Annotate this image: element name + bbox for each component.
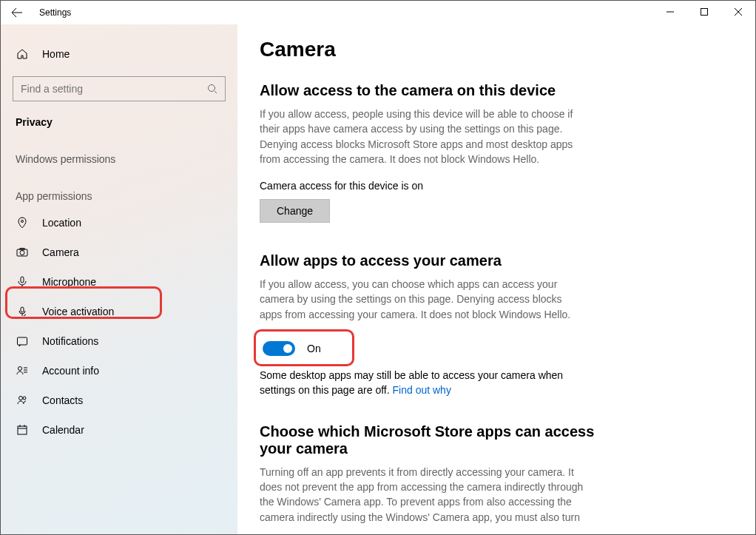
svg-rect-12 <box>18 426 27 434</box>
section1-status: Camera access for this device is on <box>260 180 733 192</box>
calendar-icon <box>16 424 29 436</box>
sidebar-item-label: Microphone <box>42 276 96 288</box>
find-out-why-link[interactable]: Find out why <box>393 384 451 396</box>
svg-point-4 <box>20 251 24 255</box>
sidebar: Home Privacy Windows permissions App per… <box>1 24 237 534</box>
sidebar-item-label: Location <box>42 217 81 229</box>
svg-point-9 <box>18 367 22 371</box>
notifications-icon <box>16 335 29 347</box>
location-icon <box>16 217 29 229</box>
account-icon <box>16 365 29 377</box>
sidebar-home-label: Home <box>42 48 70 60</box>
home-icon <box>16 48 29 60</box>
sidebar-item-voice[interactable]: Voice activation <box>1 297 237 326</box>
section2-desc: If you allow access, you can choose whic… <box>260 277 585 322</box>
search-wrap <box>1 69 237 104</box>
contacts-icon <box>16 394 29 406</box>
titlebar: Settings <box>1 1 755 24</box>
svg-point-11 <box>23 397 26 400</box>
body: Home Privacy Windows permissions App per… <box>1 24 755 534</box>
page-title: Camera <box>260 38 733 61</box>
sidebar-item-label: Account info <box>42 365 99 377</box>
sidebar-item-contacts[interactable]: Contacts <box>1 386 237 415</box>
svg-rect-7 <box>21 307 24 312</box>
svg-point-10 <box>19 397 23 400</box>
toggle-state-label: On <box>307 343 321 354</box>
arrow-left-icon <box>11 7 23 18</box>
section3-desc: Turning off an app prevents it from dire… <box>260 465 585 525</box>
section3-title: Choose which Microsoft Store apps can ac… <box>260 423 600 457</box>
sidebar-item-label: Calendar <box>42 424 84 436</box>
sidebar-item-account[interactable]: Account info <box>1 356 237 386</box>
sidebar-category: Privacy <box>1 104 237 134</box>
maximize-button[interactable] <box>687 1 721 23</box>
search-input[interactable] <box>21 83 207 95</box>
sidebar-item-label: Contacts <box>42 394 83 406</box>
sidebar-section-windows: Windows permissions <box>1 134 237 171</box>
window-controls <box>653 1 755 23</box>
apps-access-toggle-row: On <box>260 335 733 362</box>
minimize-button[interactable] <box>653 1 687 23</box>
svg-rect-8 <box>18 337 27 345</box>
toggle-knob <box>283 344 292 353</box>
close-icon <box>735 8 742 16</box>
microphone-icon <box>16 276 29 288</box>
window-title: Settings <box>39 7 71 18</box>
search-box[interactable] <box>13 76 226 101</box>
svg-rect-0 <box>701 9 708 16</box>
sidebar item-label: Notifications <box>42 335 98 347</box>
section2-title: Allow apps to access your camera <box>260 252 733 269</box>
voice-icon <box>16 306 29 317</box>
minimize-icon <box>666 8 674 16</box>
main-content: Camera Allow access to the camera on thi… <box>237 24 755 534</box>
section2-footnote: Some desktop apps may still be able to a… <box>260 368 585 398</box>
sidebar-item-label: Voice activation <box>42 306 114 317</box>
sidebar-section-app: App permissions <box>1 171 237 208</box>
change-button[interactable]: Change <box>260 199 330 223</box>
section1-desc: If you allow access, people using this d… <box>260 107 585 166</box>
apps-access-toggle[interactable] <box>263 341 295 356</box>
svg-rect-6 <box>21 277 24 283</box>
sidebar-item-location[interactable]: Location <box>1 208 237 238</box>
sidebar-home[interactable]: Home <box>1 39 237 69</box>
section1-title: Allow access to the camera on this devic… <box>260 82 733 99</box>
sidebar-item-camera[interactable]: Camera <box>1 238 237 267</box>
sidebar-item-microphone[interactable]: Microphone <box>1 267 237 297</box>
svg-point-1 <box>209 85 215 92</box>
svg-point-2 <box>21 221 24 223</box>
sidebar-item-notifications[interactable]: Notifications <box>1 326 237 356</box>
search-icon <box>207 84 217 94</box>
sidebar-item-label: Camera <box>42 246 79 258</box>
maximize-icon <box>701 8 708 16</box>
sidebar-item-calendar[interactable]: Calendar <box>1 415 237 445</box>
settings-window: Settings Home Privacy Windows pe <box>0 0 756 535</box>
back-button[interactable] <box>5 1 29 24</box>
close-button[interactable] <box>721 1 755 23</box>
camera-icon <box>16 246 29 258</box>
